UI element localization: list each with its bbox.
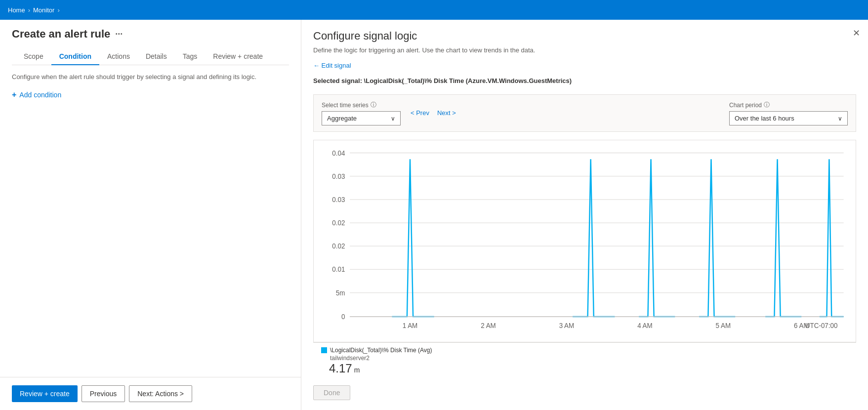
review-create-button[interactable]: Review + create [12, 385, 78, 402]
chevron-down-icon: ∨ [391, 115, 395, 122]
breadcrumb-home[interactable]: Home [8, 6, 25, 14]
svg-text:3 AM: 3 AM [559, 322, 575, 329]
tab-details[interactable]: Details [138, 48, 175, 65]
svg-text:0.03: 0.03 [332, 196, 345, 204]
close-button[interactable]: ✕ [853, 28, 860, 39]
add-condition-button[interactable]: + Add condition [12, 90, 61, 99]
svg-text:0.01: 0.01 [332, 266, 345, 273]
page-title: Create an alert rule [12, 28, 110, 41]
chart-period-dropdown[interactable]: Over the last 6 hours ∨ [729, 111, 848, 125]
panel-description: Define the logic for triggering an alert… [313, 46, 856, 54]
next-button[interactable]: Next > [435, 107, 458, 119]
tab-tags[interactable]: Tags [175, 48, 206, 65]
tab-bar: Scope Condition Actions Details Tags Rev… [12, 48, 289, 65]
svg-text:UTC-07:00: UTC-07:00 [805, 322, 838, 329]
legend-color-swatch [321, 347, 327, 353]
time-series-dropdown[interactable]: Aggregate ∨ [322, 111, 401, 125]
chart-period-label: Chart period [729, 102, 762, 109]
done-button[interactable]: Done [313, 385, 350, 400]
panel-title: Configure signal logic [313, 30, 856, 42]
chart-svg: 0.04 0.03 0.03 0.02 0.02 0.01 5m 0 [314, 140, 856, 342]
time-series-label: Select time series [322, 102, 369, 109]
tab-actions[interactable]: Actions [99, 48, 138, 65]
time-series-info-icon[interactable]: ⓘ [371, 101, 376, 109]
previous-button[interactable]: Previous [82, 385, 125, 402]
svg-text:5m: 5m [336, 289, 345, 296]
plus-icon: + [12, 90, 16, 99]
svg-text:4 AM: 4 AM [637, 322, 653, 329]
legend-label: \LogicalDisk(_Total)\% Disk Time (Avg) [330, 347, 432, 354]
edit-signal-link[interactable]: ← Edit signal [313, 62, 856, 69]
svg-text:0: 0 [341, 313, 345, 321]
prev-button[interactable]: < Prev [409, 107, 431, 119]
tab-condition[interactable]: Condition [51, 48, 99, 65]
chart-area: 0.04 0.03 0.03 0.02 0.02 0.01 5m 0 [313, 140, 856, 342]
legend-sublabel: tailwindserver2 [321, 355, 848, 362]
svg-text:0.03: 0.03 [332, 173, 345, 180]
selected-signal: Selected signal: \LogicalDisk(_Total)\% … [313, 77, 856, 84]
svg-text:1 AM: 1 AM [403, 322, 418, 329]
legend-value: 4.17 [329, 362, 352, 375]
next-actions-button[interactable]: Next: Actions > [129, 385, 192, 402]
breadcrumb: Home › Monitor › [8, 6, 60, 14]
breadcrumb-monitor[interactable]: Monitor [33, 6, 54, 14]
svg-text:0.04: 0.04 [332, 149, 345, 157]
condition-subtitle: Configure when the alert rule should tri… [12, 73, 289, 81]
tab-scope[interactable]: Scope [24, 48, 51, 65]
svg-text:0.02: 0.02 [332, 219, 345, 227]
more-options-icon[interactable]: ··· [115, 29, 123, 40]
tab-review-create[interactable]: Review + create [205, 48, 271, 65]
chevron-down-icon-period: ∨ [838, 115, 842, 122]
legend-unit: m [354, 366, 360, 374]
svg-text:2 AM: 2 AM [481, 322, 496, 329]
svg-text:0.02: 0.02 [332, 243, 345, 250]
chart-period-info-icon[interactable]: ⓘ [764, 101, 770, 109]
svg-text:5 AM: 5 AM [716, 322, 731, 329]
chart-legend: \LogicalDisk(_Total)\% Disk Time (Avg) t… [313, 342, 856, 379]
